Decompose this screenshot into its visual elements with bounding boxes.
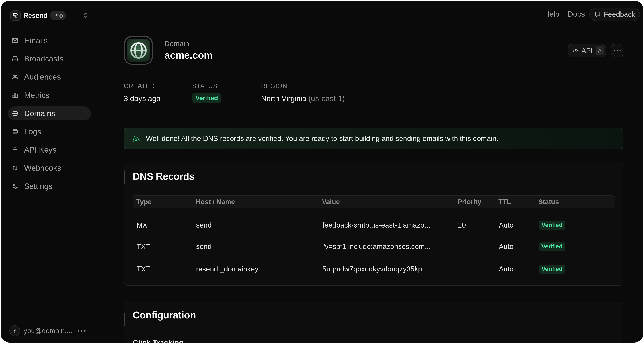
domain-globe-glow [126, 38, 150, 62]
region-code: (us-east-1) [308, 94, 345, 103]
dns-row-txt-dkim: TXT resend._domainkey 5uqmdw7qpxudkyvdon… [133, 258, 615, 280]
configuration-card: Configuration Click Tracking [124, 302, 624, 342]
configuration-title: Configuration [133, 309, 196, 321]
dns-records-card: DNS Records Type Host / Name Value Prior… [124, 163, 624, 286]
banner-message: Well done! All the DNS records are verif… [146, 134, 498, 142]
feedback-chat-icon [594, 11, 601, 18]
dns-records-title: DNS Records [133, 170, 194, 182]
domains-icon [12, 110, 18, 116]
dns-row-mx: MX send feedback-smtp.us-east-1.amazo...… [133, 214, 615, 236]
domain-globe-tile [124, 36, 153, 65]
created-value: 3 days ago [124, 94, 160, 103]
sidebar-item-broadcasts[interactable]: Broadcasts [8, 52, 91, 66]
app-window: Resend Pro Emails [0, 0, 644, 342]
cell-ttl: Auto [499, 236, 514, 257]
cell-type: TXT [136, 258, 150, 280]
emails-icon [12, 38, 18, 44]
region-name: North Virginia [261, 94, 306, 103]
region-value: North Virginia (us-east-1) [261, 94, 345, 103]
status-label: STATUS [192, 82, 221, 90]
code-icon [572, 47, 578, 54]
column-header-host: Host / Name [196, 196, 235, 208]
status-column: STATUS Verified [192, 82, 221, 103]
cell-ttl: Auto [499, 214, 514, 236]
header-actions: API A [568, 44, 624, 57]
sidebar-item-audiences[interactable]: Audiences [8, 70, 91, 84]
api-keys-icon [12, 147, 18, 153]
api-shortcut-badge: A [596, 46, 604, 55]
cell-host: send [196, 236, 212, 257]
logs-icon [12, 128, 18, 135]
cell-value: "v=spf1 include:amazonses.com... [322, 236, 431, 257]
topbar: Help Docs Feedback [98, 0, 644, 27]
row-status-badge: Verified [539, 264, 566, 274]
sidebar-item-settings[interactable]: Settings [8, 179, 91, 193]
docs-link[interactable]: Docs [568, 10, 585, 18]
created-label: CREATED [124, 82, 160, 90]
sidebar-item-domains[interactable]: Domains [8, 106, 91, 120]
workspace-chevrons-icon[interactable] [84, 12, 88, 18]
sidebar-nav: Emails Broadcasts [8, 34, 91, 198]
user-more-icon[interactable] [78, 330, 86, 332]
click-tracking-label: Click Tracking [133, 338, 184, 342]
user-email: you@domain.... [24, 327, 73, 335]
metrics-icon [12, 92, 18, 98]
region-column: REGION North Virginia (us-east-1) [261, 82, 345, 103]
cell-value: 5uqmdw7qpxudkyvdonqzy35kp... [322, 258, 428, 280]
sidebar-item-logs[interactable]: Logs [8, 125, 91, 138]
column-header-type: Type [136, 196, 152, 208]
page-title: acme.com [164, 49, 213, 61]
avatar: Y [10, 326, 20, 336]
cell-status: Verified [539, 258, 566, 280]
dns-row-txt-spf: TXT send "v=spf1 include:amazonses.com..… [133, 236, 615, 257]
row-status-badge: Verified [539, 220, 566, 230]
webhooks-icon [12, 165, 18, 171]
settings-icon [12, 183, 18, 189]
created-column: CREATED 3 days ago [124, 82, 160, 103]
api-button[interactable]: API A [568, 44, 606, 57]
user-menu[interactable]: Y you@domain.... [10, 326, 89, 336]
broadcasts-icon [12, 56, 18, 62]
dns-table-header: Type Host / Name Value Priority TTL Stat… [133, 196, 615, 208]
config-card-notch [124, 312, 125, 326]
main-area: Help Docs Feedback [98, 0, 644, 342]
cell-ttl: Auto [499, 258, 514, 280]
success-banner: Well done! All the DNS records are verif… [124, 128, 624, 149]
cell-type: MX [136, 214, 147, 236]
dns-card-notch [124, 170, 125, 184]
column-header-priority: Priority [458, 196, 481, 208]
status-value-wrap: Verified [192, 90, 221, 103]
sidebar-item-emails[interactable]: Emails [8, 34, 91, 48]
column-header-status: Status [538, 196, 559, 208]
help-link[interactable]: Help [544, 10, 559, 18]
party-popper-icon [132, 134, 140, 142]
cell-host: send [196, 214, 212, 236]
more-button[interactable] [611, 44, 624, 57]
cell-host: resend._domainkey [196, 258, 258, 280]
row-status-badge: Verified [539, 242, 566, 251]
domain-kicker: Domain [164, 40, 189, 48]
sidebar: Resend Pro Emails [0, 0, 98, 342]
sidebar-item-webhooks[interactable]: Webhooks [8, 161, 91, 175]
sidebar-item-api-keys[interactable]: API Keys [8, 143, 91, 157]
feedback-button[interactable]: Feedback [589, 8, 640, 21]
status-badge: Verified [192, 93, 221, 103]
cell-priority: 10 [458, 214, 466, 236]
cell-type: TXT [136, 236, 150, 257]
column-header-ttl: TTL [498, 196, 511, 208]
cell-status: Verified [539, 214, 566, 236]
brand-name: Resend [24, 12, 47, 20]
cell-value: feedback-smtp.us-east-1.amazo... [322, 214, 430, 236]
plan-badge: Pro [50, 11, 66, 20]
column-header-value: Value [322, 196, 340, 208]
resend-logo [10, 10, 20, 21]
cell-status: Verified [539, 236, 566, 257]
sidebar-item-metrics[interactable]: Metrics [8, 88, 91, 102]
region-label: REGION [261, 82, 345, 90]
workspace-switcher[interactable]: Resend Pro [10, 10, 66, 21]
audiences-icon [12, 74, 18, 80]
